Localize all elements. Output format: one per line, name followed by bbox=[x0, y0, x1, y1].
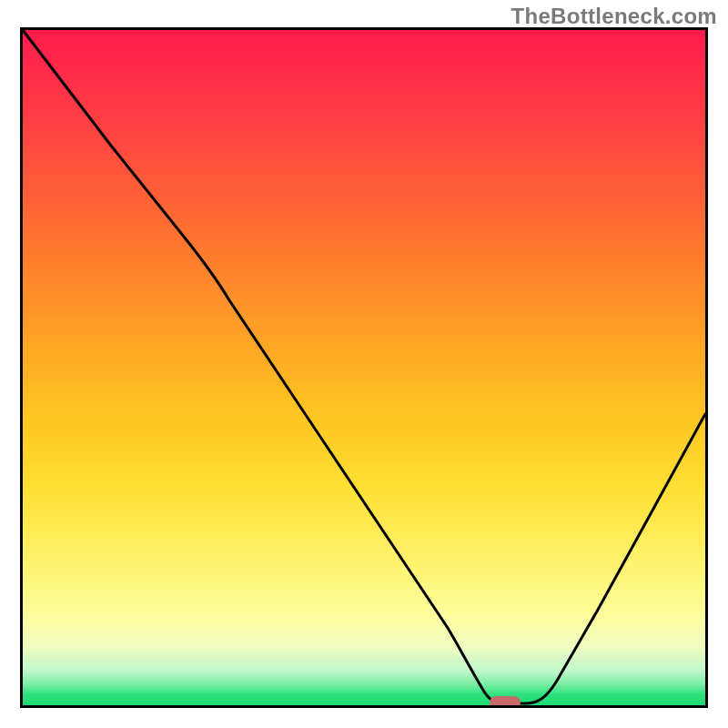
plot-area bbox=[20, 27, 708, 708]
curve-svg bbox=[20, 27, 708, 708]
chart-container: TheBottleneck.com bbox=[0, 0, 728, 728]
bottleneck-curve bbox=[23, 30, 705, 703]
marker-rect bbox=[490, 696, 521, 708]
watermark-text: TheBottleneck.com bbox=[511, 4, 717, 29]
